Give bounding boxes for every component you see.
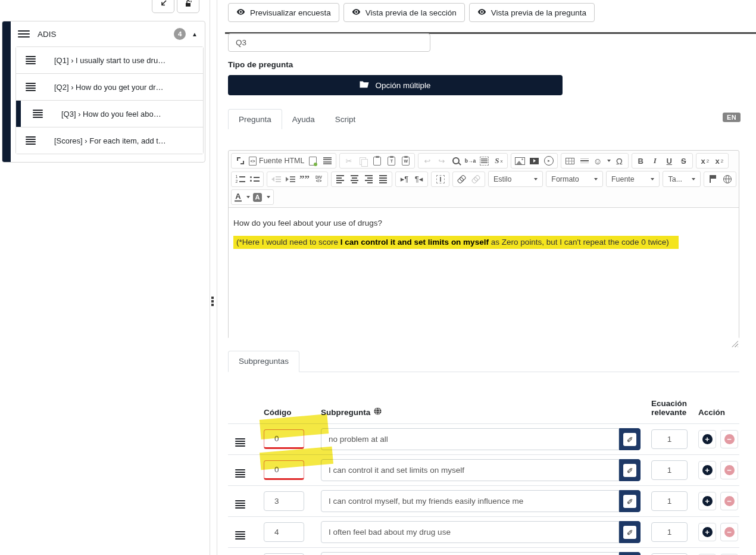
question-link[interactable]: [Q2] › How do you get your dr…: [54, 83, 164, 92]
relevance-equation-input[interactable]: [651, 491, 688, 511]
drag-handle-icon[interactable]: [235, 438, 245, 447]
collapse-group-icon[interactable]: ▲: [192, 31, 198, 38]
subscript-icon[interactable]: x2: [698, 154, 712, 168]
font-dropdown[interactable]: Fuente: [606, 171, 660, 187]
drag-handle-icon[interactable]: [235, 531, 245, 540]
collapse-panel-button[interactable]: [152, 0, 174, 13]
question-link[interactable]: [Scores] › For each item, add t…: [54, 136, 166, 145]
outdent-icon[interactable]: [269, 172, 283, 186]
find-icon[interactable]: [449, 154, 463, 168]
table-icon[interactable]: [563, 154, 577, 168]
indent-icon[interactable]: [283, 172, 297, 186]
question-code-input[interactable]: [228, 33, 430, 52]
editor-resize-grip[interactable]: [732, 341, 738, 347]
tab-pregunta[interactable]: Pregunta: [228, 109, 282, 129]
drag-handle-icon[interactable]: [33, 110, 43, 118]
editor-content[interactable]: How do you feel about your use of drugs?…: [229, 208, 739, 348]
image-icon[interactable]: [513, 154, 527, 168]
tab-script[interactable]: Script: [325, 110, 366, 129]
unlink-icon[interactable]: [469, 172, 483, 186]
flash-icon[interactable]: [527, 154, 541, 168]
subquestion-code-input[interactable]: [264, 460, 304, 480]
add-subquestion-button[interactable]: +: [698, 492, 716, 510]
media-icon[interactable]: ▸: [542, 154, 555, 168]
subquestion-code-input[interactable]: [264, 429, 304, 449]
align-left-icon[interactable]: [333, 172, 347, 186]
drag-handle-icon[interactable]: [26, 56, 36, 64]
text-color-icon[interactable]: A: [233, 191, 251, 204]
remove-format-icon[interactable]: Sx: [492, 154, 505, 168]
paste-icon[interactable]: [370, 154, 384, 168]
tab-subpreguntas[interactable]: Subpreguntas: [228, 351, 299, 372]
sidebar-item-scores[interactable]: [Scores] › For each item, add t…: [16, 127, 203, 154]
div-container-icon[interactable]: DIV</>: [312, 172, 326, 186]
font-size-dropdown[interactable]: Ta...: [663, 171, 701, 187]
horizontal-rule-icon[interactable]: [577, 154, 591, 168]
edit-subquestion-button[interactable]: ✎: [619, 459, 641, 481]
edit-subquestion-button[interactable]: ✎: [619, 428, 641, 450]
bold-icon[interactable]: B: [634, 154, 648, 168]
subquestion-text-input[interactable]: [321, 428, 619, 450]
link-icon[interactable]: [455, 172, 468, 186]
resize-grip-icon[interactable]: [211, 297, 214, 306]
cut-icon[interactable]: ✂: [342, 154, 355, 168]
background-color-icon[interactable]: A: [252, 191, 271, 204]
undo-icon[interactable]: ↩: [420, 154, 434, 168]
format-dropdown[interactable]: Formato: [546, 171, 603, 187]
drag-handle-icon[interactable]: [26, 136, 36, 145]
strikethrough-icon[interactable]: S: [677, 154, 691, 168]
redo-icon[interactable]: ↪: [435, 154, 448, 168]
paste-from-word-icon[interactable]: W: [399, 154, 413, 168]
drag-handle-icon[interactable]: [235, 469, 245, 478]
remove-subquestion-button[interactable]: −: [720, 430, 738, 448]
superscript-icon[interactable]: x2: [713, 154, 726, 168]
preview-question-button[interactable]: Vista previa de la pregunta: [469, 3, 595, 22]
edit-subquestion-button[interactable]: ✎: [619, 521, 641, 543]
question-link[interactable]: [Q3] › How do you feel abo…: [61, 110, 161, 119]
italic-icon[interactable]: I: [648, 154, 662, 168]
text-direction-rtl-icon[interactable]: ¶◂: [412, 172, 426, 186]
select-all-icon[interactable]: [477, 154, 491, 168]
align-justify-icon[interactable]: [376, 172, 390, 186]
paste-as-text-icon[interactable]: T: [385, 154, 398, 168]
drag-handle-icon[interactable]: [26, 83, 36, 91]
replace-icon[interactable]: b→a: [463, 154, 477, 168]
drag-handle-icon[interactable]: [235, 500, 245, 509]
lock-button[interactable]: [177, 0, 199, 13]
style-dropdown[interactable]: Estilo: [488, 171, 543, 187]
tab-ayuda[interactable]: Ayuda: [282, 110, 325, 129]
add-subquestion-button[interactable]: +: [698, 461, 716, 479]
show-blocks-icon[interactable]: [320, 154, 334, 168]
subquestion-text-input[interactable]: [321, 552, 619, 555]
maximize-icon[interactable]: [233, 154, 247, 168]
templates-icon[interactable]: [306, 154, 320, 168]
blockquote-icon[interactable]: ””: [298, 172, 311, 186]
subquestion-text-input[interactable]: [321, 490, 619, 512]
copy-icon[interactable]: [356, 154, 370, 168]
sidebar-item-q3[interactable]: [Q3] › How do you feel abo…: [16, 101, 203, 127]
special-char-icon[interactable]: Ω: [613, 154, 626, 168]
globe-icon[interactable]: [720, 172, 734, 186]
sidebar-item-q1[interactable]: [Q1] › I usually start to use dru…: [16, 47, 203, 74]
add-subquestion-button[interactable]: +: [698, 523, 716, 541]
preview-survey-button[interactable]: Previsualizar encuesta: [228, 3, 339, 22]
align-center-icon[interactable]: [348, 172, 361, 186]
add-subquestion-button[interactable]: +: [698, 430, 716, 448]
underline-icon[interactable]: U: [663, 154, 676, 168]
text-direction-ltr-icon[interactable]: ▸¶: [398, 172, 411, 186]
bulleted-list-icon[interactable]: [248, 172, 261, 186]
source-button[interactable]: <> Fuente HTML: [248, 154, 305, 168]
subquestion-code-input[interactable]: [264, 491, 304, 511]
relevance-equation-input[interactable]: [651, 429, 688, 449]
group-drag-handle-icon[interactable]: [18, 30, 30, 38]
numbered-list-icon[interactable]: 12: [233, 172, 247, 186]
smiley-icon[interactable]: ☺: [592, 154, 611, 168]
relevance-equation-input[interactable]: [651, 522, 688, 542]
flag-icon[interactable]: [706, 172, 720, 186]
remove-subquestion-button[interactable]: −: [720, 492, 738, 510]
placeholder-icon[interactable]: [433, 172, 447, 186]
panel-resize-gutter[interactable]: [210, 0, 217, 555]
edit-subquestion-button[interactable]: ✎: [619, 552, 641, 555]
subquestion-text-input[interactable]: [321, 459, 619, 481]
question-link[interactable]: [Q1] › I usually start to use dru…: [54, 56, 165, 65]
